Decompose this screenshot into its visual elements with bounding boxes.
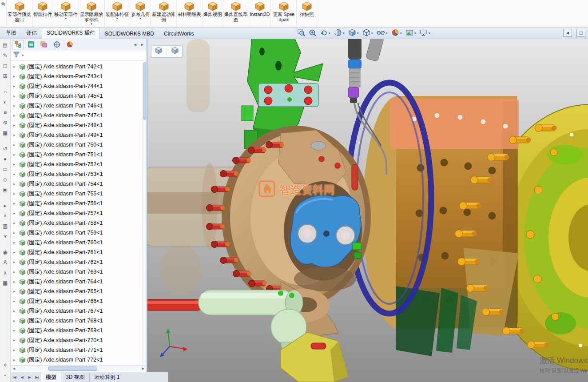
tree-item[interactable]: ▸(固定) Axle.sldasm-Part-756<1	[11, 199, 147, 208]
configurationmanager-tab-icon[interactable]	[38, 40, 50, 49]
ribbon-button[interactable]: 爆炸视图	[203, 0, 223, 27]
rotate-arrow-icon[interactable]: ↺	[1, 145, 9, 153]
collapse-panel-left-icon[interactable]: ◀	[563, 29, 572, 37]
bottom-tab-3[interactable]: 运动算例 1	[89, 372, 124, 382]
ribbon-button[interactable]: 装配体特征▼	[105, 0, 131, 27]
expand-arrow-icon[interactable]: ▸	[13, 143, 18, 147]
tree-item[interactable]: ▸(固定) Axle.sldasm-Part-770<1	[11, 335, 147, 345]
tree-horizontal-scrollbar[interactable]: ◀ ▶	[11, 365, 147, 372]
expand-arrow-icon[interactable]: ▸	[13, 289, 18, 294]
tree-item[interactable]: ▸(固定) Axle.sldasm-Part-764<1	[11, 277, 147, 286]
tree-item[interactable]: ▸(固定) Axle.sldasm-Part-747<1	[11, 111, 147, 120]
tree-item[interactable]: ▸(固定) Axle.sldasm-Part-748<1	[11, 120, 147, 130]
apply-scene-icon[interactable]: ▼	[405, 28, 417, 39]
expand-arrow-icon[interactable]: ▸	[13, 328, 18, 333]
command-tab-1[interactable]: 草图	[1, 27, 21, 39]
tree-item[interactable]: ▸(固定) Axle.sldasm-Part-768<1	[11, 316, 147, 326]
tree-item[interactable]: ▸(固定) Axle.sldasm-Part-763<1	[11, 267, 147, 277]
tree-item[interactable]: ▸(固定) Axle.sldasm-Part-758<1	[11, 218, 147, 228]
display-style-icon[interactable]: ▼	[362, 28, 374, 39]
tree-item[interactable]: ▸(固定) Axle.sldasm-Part-767<1	[11, 306, 147, 316]
steering-yoke[interactable]	[290, 195, 361, 291]
tree-item[interactable]: ▸(固定) Axle.sldasm-Part-762<1	[11, 257, 147, 267]
tree-item[interactable]: ▸(固定) Axle.sldasm-Part-742<1	[11, 62, 147, 72]
command-tab-5[interactable]: CircuitWorks	[159, 28, 199, 39]
viewport-cube-icon-1[interactable]	[155, 47, 163, 56]
expand-arrow-icon[interactable]: ▸	[13, 84, 18, 88]
expand-arrow-icon[interactable]: ▸	[13, 94, 18, 98]
target-circle-icon[interactable]: ⊕	[1, 119, 9, 127]
diamond-icon[interactable]: ◇	[1, 175, 9, 183]
ribbon-button[interactable]: 参考几何▼	[130, 0, 151, 27]
filled-circle-icon[interactable]: ●	[1, 155, 9, 163]
command-tab-2[interactable]: 评估	[21, 27, 42, 39]
motion-nav-icon-2[interactable]: ◀	[18, 375, 26, 379]
expand-arrow-icon[interactable]: ▸	[13, 348, 18, 352]
tree-item[interactable]: ▸(固定) Axle.sldasm-Part-753<1	[11, 169, 147, 179]
table-cells-icon[interactable]: ▦	[1, 279, 9, 287]
suppress-x-icon[interactable]: x	[1, 269, 9, 277]
motion-nav-icon-3[interactable]: ▶	[26, 375, 33, 379]
scroll-right-icon[interactable]: ▶	[140, 367, 147, 370]
expand-arrow-icon[interactable]: ▸	[13, 152, 18, 157]
vscroll-thumb[interactable]	[143, 62, 146, 120]
ribbon-button[interactable]: 零部件预览窗口	[7, 0, 32, 27]
tree-item[interactable]: ▸(固定) Axle.sldasm-Part-752<1	[11, 159, 147, 169]
expand-arrow-icon[interactable]: ▸	[13, 260, 18, 264]
tree-vertical-scrollbar[interactable]	[143, 61, 147, 365]
command-tab-3[interactable]: SOLIDWORKS 插件	[42, 27, 100, 39]
view-orientation-icon[interactable]: ▼	[347, 28, 360, 39]
tree-item[interactable]: ▸(固定) Axle.sldasm-Part-766<1	[11, 296, 147, 306]
expand-arrow-icon[interactable]: ▸	[13, 338, 18, 342]
tree-item[interactable]: ▸(固定) Axle.sldasm-Part-744<1	[11, 81, 147, 91]
expand-arrow-icon[interactable]: ▸	[13, 64, 18, 69]
panel-tab-next-icon[interactable]: ▶	[139, 43, 145, 47]
expand-arrow-icon[interactable]: ▸	[13, 240, 18, 245]
cube-outline-icon[interactable]: ◻	[1, 62, 9, 70]
tree-item[interactable]: ▸(固定) Axle.sldasm-Part-757<1	[11, 208, 147, 218]
expand-arrow-icon[interactable]: ▸	[13, 162, 18, 167]
scroll-track[interactable]	[17, 366, 140, 372]
expand-arrow-icon[interactable]: ▸	[13, 270, 18, 274]
tree-item[interactable]: ▸(固定) Axle.sldasm-Part-751<1	[11, 150, 147, 159]
tree-item[interactable]: ▸(固定) Axle.sldasm-Part-754<1	[11, 179, 147, 189]
ribbon-button[interactable]: 显示隐藏的零部件▼	[79, 0, 105, 27]
expand-arrow-icon[interactable]: ▸	[13, 74, 18, 79]
expand-arrow-icon[interactable]: ▸	[13, 103, 18, 108]
hide-show-items-icon[interactable]: ▼	[376, 28, 389, 39]
panel-tab-prev-icon[interactable]: ◀	[132, 43, 138, 47]
graphics-area[interactable]: 智造资料网 激活 Windows 转到“设置”以激活 Windows。	[147, 39, 588, 382]
shaded-square-icon[interactable]: ▣	[1, 186, 9, 194]
expand-arrow-icon[interactable]: ▸	[13, 133, 18, 137]
expand-arrow-icon[interactable]: ▸	[13, 123, 18, 127]
pencil-icon[interactable]: ✎	[1, 52, 9, 60]
tree-item[interactable]: ▸(固定) Axle.sldasm-Part-761<1	[11, 247, 147, 257]
tree-item[interactable]: ▸(固定) Axle.sldasm-Part-765<1	[11, 286, 147, 296]
expand-arrow-icon[interactable]: ▸	[13, 182, 18, 186]
ribbon-button[interactable]: 移动零部件▼	[53, 0, 79, 27]
expand-arrow-icon[interactable]: ▸	[13, 250, 18, 255]
ribbon-button[interactable]: 合	[0, 0, 7, 27]
expand-arrow-icon[interactable]: ▸	[13, 279, 18, 284]
chevron-down-icon[interactable]: ›	[1, 371, 9, 379]
displaymanager-tab-icon[interactable]	[64, 40, 75, 49]
ribbon-button[interactable]: 爆炸直线草图	[223, 0, 249, 27]
expand-arrow-icon[interactable]: ▸	[13, 231, 18, 235]
expand-arrow-icon[interactable]: ▸	[13, 172, 18, 176]
ribbon-button[interactable]: Instant3D	[249, 0, 271, 27]
tree-item[interactable]: ▸(固定) Axle.sldasm-Part-750<1	[11, 140, 147, 150]
list-lines-icon[interactable]: ≡	[1, 108, 9, 116]
ribbon-button[interactable]: 材料明细表	[177, 0, 203, 27]
scroll-thumb[interactable]	[48, 366, 97, 371]
expand-arrow-icon[interactable]: ▸	[13, 358, 18, 362]
sphere-icon[interactable]: ◉	[1, 248, 9, 256]
expand-arrow-icon[interactable]: ▸	[13, 201, 18, 206]
zoom-fit-icon[interactable]	[297, 28, 306, 39]
section-view-icon[interactable]: ▼	[333, 28, 346, 39]
pattern-grid-icon[interactable]: ▦	[1, 129, 9, 137]
zoom-area-icon[interactable]	[308, 28, 318, 39]
filter-funnel-icon[interactable]	[13, 52, 20, 60]
clipboard-icon[interactable]: ▤	[1, 41, 9, 49]
edit-appearance-icon[interactable]: ▼	[390, 28, 403, 39]
cross-icon[interactable]: ×	[1, 212, 9, 220]
